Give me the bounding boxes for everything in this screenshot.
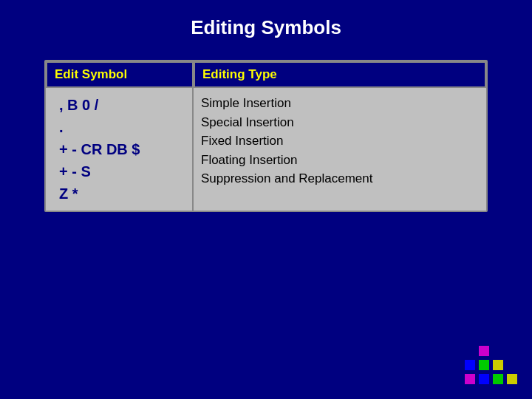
table-container: Edit Symbol Editing Type , B 0 / . + - C… <box>44 60 488 212</box>
type-row-2: Special Insertion <box>201 113 479 132</box>
col-editing-type: Simple Insertion Special Insertion Fixed… <box>194 88 486 211</box>
col-edit-symbol: , B 0 / . + - CR DB $ + - S Z * <box>46 88 194 211</box>
symbol-row-4: + - S <box>59 160 185 183</box>
symbol-row-3: + - CR DB $ <box>59 138 185 160</box>
col-editing-type-header: Editing Type <box>194 61 486 88</box>
type-row-3: Fixed Insertion <box>201 132 479 151</box>
type-row-1: Simple Insertion <box>201 94 479 113</box>
symbol-row-1: , B 0 / <box>59 94 185 116</box>
table-header: Edit Symbol Editing Type <box>46 61 486 88</box>
corner-squares <box>465 346 519 386</box>
page-title: Editing Symbols <box>0 0 532 52</box>
type-row-4: Floating Insertion <box>201 151 479 170</box>
table-body: , B 0 / . + - CR DB $ + - S Z * Simple I… <box>46 88 486 211</box>
symbol-row-2: . <box>59 116 185 138</box>
symbol-row-5: Z * <box>59 183 185 205</box>
type-row-5: Suppression and Replacement <box>201 169 479 188</box>
col-edit-symbol-header: Edit Symbol <box>46 61 194 88</box>
